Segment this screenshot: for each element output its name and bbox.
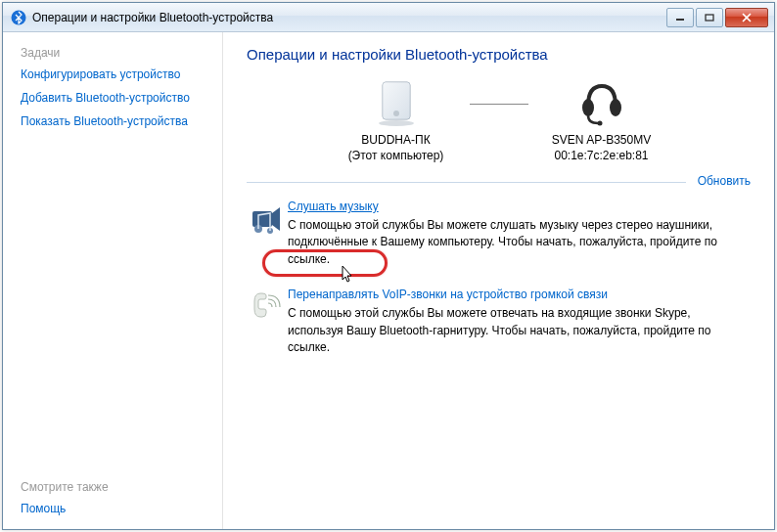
device-remote-name: SVEN AP-B350MV — [528, 133, 675, 147]
svg-rect-2 — [706, 15, 713, 21]
svg-rect-1 — [676, 19, 684, 21]
headset-icon — [574, 78, 629, 127]
titlebar[interactable]: Операции и настройки Bluetooth-устройств… — [3, 3, 774, 32]
voip-service-icon — [249, 288, 288, 356]
sidebar: Задачи Конфигурировать устройство Добави… — [3, 32, 223, 529]
service-voip-desc: С помощью этой службы Вы можете отвечать… — [288, 305, 741, 356]
maximize-button[interactable] — [696, 8, 723, 27]
bluetooth-icon — [11, 10, 26, 25]
device-local: BUDDHA-ПК (Этот компьютер) — [323, 78, 470, 162]
minimize-button[interactable] — [666, 8, 694, 27]
sidebar-item-add-device[interactable]: Добавить Bluetooth-устройство — [21, 91, 216, 105]
sidebar-item-configure[interactable]: Конфигурировать устройство — [21, 67, 216, 81]
svg-point-8 — [610, 99, 621, 116]
service-listen-music: Слушать музыку С помощью этой службы Вы … — [247, 200, 751, 268]
service-voip: Перенаправлять VoIP-звонки на устройство… — [247, 288, 751, 356]
svg-point-7 — [582, 99, 594, 116]
svg-point-6 — [379, 120, 414, 126]
sidebar-item-show-devices[interactable]: Показать Bluetooth-устройства — [21, 114, 216, 128]
device-pair-row: BUDDHA-ПК (Этот компьютер) SVE — [247, 78, 751, 162]
device-local-name: BUDDHA-ПК — [323, 133, 470, 147]
window-body: Задачи Конфигурировать устройство Добави… — [3, 32, 774, 529]
service-voip-title[interactable]: Перенаправлять VoIP-звонки на устройство… — [288, 288, 608, 301]
device-local-sub: (Этот компьютер) — [323, 149, 470, 162]
refresh-link[interactable]: Обновить — [698, 174, 751, 188]
service-music-title[interactable]: Слушать музыку — [288, 200, 379, 213]
page-title: Операции и настройки Bluetooth-устройств… — [247, 46, 751, 63]
sidebar-footer-heading: Смотрите также — [21, 480, 216, 494]
service-music-desc: С помощью этой службы Вы можете слушать … — [288, 217, 741, 268]
svg-point-9 — [597, 121, 602, 126]
svg-point-5 — [393, 111, 399, 116]
device-remote-mac: 00:1e:7c:2e:eb:81 — [528, 149, 675, 162]
close-button[interactable] — [725, 8, 768, 27]
main-panel: Операции и настройки Bluetooth-устройств… — [223, 32, 774, 529]
sidebar-help-link[interactable]: Помощь — [21, 502, 216, 515]
window: Операции и настройки Bluetooth-устройств… — [2, 2, 775, 530]
window-title: Операции и настройки Bluetooth-устройств… — [32, 11, 664, 24]
divider: Обновить — [247, 174, 751, 188]
music-service-icon — [249, 200, 288, 268]
computer-icon — [369, 78, 424, 127]
sidebar-heading: Задачи — [21, 46, 216, 60]
window-controls — [664, 8, 768, 27]
connection-line — [470, 104, 528, 105]
device-remote: SVEN AP-B350MV 00:1e:7c:2e:eb:81 — [528, 78, 675, 162]
